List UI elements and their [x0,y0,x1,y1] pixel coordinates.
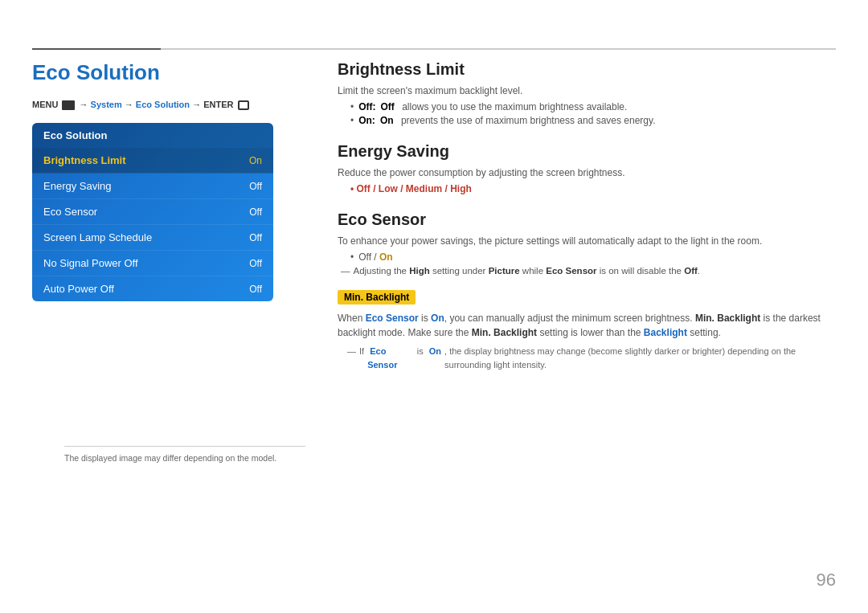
page-title: Eco Solution [32,60,305,85]
eco-sensor-desc: To enhance your power savings, the pictu… [338,235,836,247]
eco-sensor-ref2: Eco Sensor [367,345,411,371]
section-title-brightness-limit: Brightness Limit [338,60,836,79]
min-backlight-section: Min. Backlight When Eco Sensor is On, yo… [338,282,836,371]
eco-item-no-signal[interactable]: No Signal Power Off Off [32,251,273,276]
eco-item-value: Off [249,284,262,295]
bullet-off-bold: Off [381,101,395,112]
eco-sensor-off-on: •Off / On [350,251,836,263]
bullet-off: Off: Off allows you to use the maximum b… [350,101,836,112]
eco-on-text: On [379,251,393,263]
section-eco-sensor: Eco Sensor To enhance your power savings… [338,210,836,371]
top-line-accent [32,48,161,50]
eco-item-label: No Signal Power Off [43,257,138,269]
bullet-on-bold: On [380,115,394,126]
left-panel: Eco Solution MENU → System → Eco Solutio… [32,60,305,301]
eco-item-label: Eco Sensor [43,206,97,218]
bullet-off-prefix: Off: [358,101,375,112]
energy-saving-desc: Reduce the power consumption by adjustin… [338,167,836,178]
section-energy-saving: Energy Saving Reduce the power consumpti… [338,142,836,194]
on-ref: On [431,313,444,324]
bullet-on-prefix: On: [358,115,375,126]
bullet-on-text: prevents the use of maximum brightness a… [399,115,656,126]
note-ecosensor: Eco Sensor [546,266,596,276]
min-bl-bold2: Min. Backlight [472,327,537,338]
menu-eco-solution: Eco Solution [136,100,190,109]
min-backlight-desc: When Eco Sensor is On, you can manually … [338,311,836,340]
menu-icon [62,100,75,110]
page-number: 96 [817,570,836,591]
eco-item-value: Off [249,258,262,269]
bullet-on: On: On prevents the use of maximum brigh… [350,115,836,126]
enter-icon [238,100,249,110]
eco-sensor-ref: Eco Sensor [366,313,419,324]
right-panel: Brightness Limit Limit the screen's maxi… [338,60,836,371]
eco-item-value: On [249,155,262,166]
eco-item-label: Screen Lamp Schedule [43,231,152,243]
menu-path: MENU → System → Eco Solution → ENTER [32,100,305,110]
eco-item-value: Off [249,206,262,218]
section-brightness-limit: Brightness Limit Limit the screen's maxi… [338,60,836,126]
eco-sensor-note: — Adjusting the High setting under Pictu… [338,266,836,276]
eco-solution-menu: Eco Solution Brightness Limit On Energy … [32,123,273,301]
eco-item-energy-saving[interactable]: Energy Saving Off [32,174,273,199]
energy-saving-options: • Off / Low / Medium / High [350,183,836,194]
eco-item-label: Energy Saving [43,180,112,192]
section-title-energy-saving: Energy Saving [338,142,836,161]
eco-item-value: Off [249,181,262,192]
note-high: High [409,266,430,276]
on-ref2: On [429,345,441,358]
brightness-limit-desc: Limit the screen's maximum backlight lev… [338,85,836,96]
note-picture: Picture [489,266,520,276]
min-bl-bold: Min. Backlight [695,313,760,324]
backlight-ref: Backlight [644,327,687,338]
eco-item-value: Off [249,232,262,243]
footnote: The displayed image may differ depending… [64,446,305,463]
eco-item-label: Auto Power Off [43,283,114,295]
note-off: Off [684,266,698,276]
bullet-off-text: allows you to use the maximum brightness… [399,101,627,112]
menu-system: System [91,100,122,109]
section-title-eco-sensor: Eco Sensor [338,210,836,229]
eco-item-eco-sensor[interactable]: Eco Sensor Off [32,199,273,225]
eco-item-brightness-limit[interactable]: Brightness Limit On [32,148,273,174]
min-backlight-badge: Min. Backlight [338,290,416,304]
eco-item-label: Brightness Limit [43,154,126,166]
min-backlight-note: If Eco Sensor is On, the display brightn… [338,345,836,371]
eco-item-screen-lamp[interactable]: Screen Lamp Schedule Off [32,225,273,251]
eco-item-auto-power[interactable]: Auto Power Off Off [32,276,273,301]
eco-box-title: Eco Solution [32,123,273,148]
